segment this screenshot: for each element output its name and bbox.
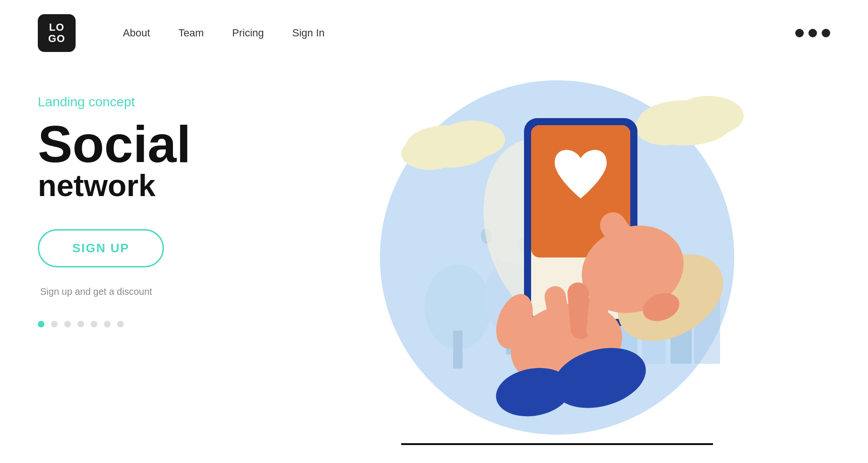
cloud-right: [635, 96, 744, 146]
nav-team[interactable]: Team: [179, 27, 204, 39]
svg-rect-5: [453, 331, 463, 369]
more-dot-3: [822, 29, 830, 37]
carousel-dot-2[interactable]: [51, 321, 58, 327]
carousel-dot-7[interactable]: [117, 321, 124, 327]
cloud-left: [401, 120, 505, 170]
hero-title-line2: network: [38, 170, 284, 201]
carousel-dots: [38, 321, 284, 327]
signup-button[interactable]: SIGN UP: [38, 229, 164, 267]
header: LO GO About Team Pricing Sign In: [0, 0, 868, 66]
main-content: Landing concept Social network SIGN UP S…: [0, 66, 868, 463]
svg-point-20: [635, 110, 696, 146]
more-menu[interactable]: [795, 29, 830, 37]
carousel-dot-1[interactable]: [38, 321, 44, 327]
main-illustration: [363, 80, 751, 458]
navigation: About Team Pricing Sign In: [123, 27, 325, 39]
hero-title-line1: Social: [38, 118, 284, 170]
nav-about[interactable]: About: [123, 27, 150, 39]
nav-pricing[interactable]: Pricing: [232, 27, 264, 39]
carousel-dot-6[interactable]: [104, 321, 111, 327]
nav-signin[interactable]: Sign In: [292, 27, 325, 39]
signup-note: Sign up and get a discount: [40, 286, 284, 297]
hero-tag: Landing concept: [38, 94, 284, 110]
svg-point-17: [401, 137, 458, 170]
hero-left: Landing concept Social network SIGN UP S…: [38, 76, 284, 327]
carousel-dot-3[interactable]: [64, 321, 71, 327]
carousel-dot-4[interactable]: [77, 321, 84, 327]
more-dot-2: [808, 29, 817, 37]
logo[interactable]: LO GO: [38, 14, 76, 52]
carousel-dot-5[interactable]: [91, 321, 97, 327]
hero-illustration: [284, 76, 830, 463]
more-dot-1: [795, 29, 804, 37]
